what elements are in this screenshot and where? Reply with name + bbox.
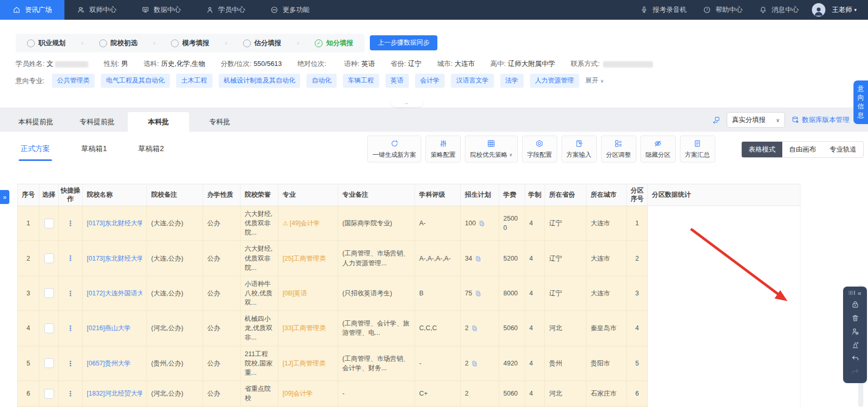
major-link[interactable]: [0B]英语	[283, 290, 307, 297]
row-actions-kebab[interactable]: ⋮	[67, 324, 74, 332]
row-checkbox[interactable]	[44, 253, 54, 263]
row-actions-kebab[interactable]: ⋮	[67, 254, 74, 262]
nav-item-data-center[interactable]: 数据中心	[129, 0, 193, 20]
left-drawer-expand[interactable]: »	[0, 190, 9, 204]
school-link[interactable]: [0172]大连外国语大...	[87, 289, 142, 298]
hide-partition-button[interactable]: 隐藏分区	[640, 135, 676, 162]
major-link[interactable]: [1J]工商管理类	[283, 360, 326, 367]
plan-tab[interactable]: 正式方案	[21, 144, 50, 161]
version-switch-icon[interactable]	[712, 116, 720, 125]
plan-detail-icon[interactable]	[471, 360, 478, 367]
major-tag[interactable]: 车辆工程	[343, 74, 379, 88]
plan-tab[interactable]: 草稿箱1	[81, 144, 107, 161]
nav-item-recorder[interactable]: 报考录音机	[632, 5, 695, 15]
batch-tab[interactable]: 本科批	[128, 112, 189, 132]
school-link[interactable]: [1832]河北经贸大学	[87, 389, 142, 398]
major-link[interactable]: [25]工商管理类	[283, 255, 326, 262]
chevron-up-icon: ︿	[405, 100, 409, 106]
remove-user-button[interactable]	[851, 324, 860, 338]
step-estimated-application[interactable]: 估分填报	[243, 38, 282, 48]
major-tag[interactable]: 英语	[385, 74, 409, 88]
view-mode-option[interactable]: 自由画布	[782, 142, 823, 157]
school-link[interactable]: [0173]东北财经大学	[87, 254, 142, 263]
fill-mode-select[interactable]: 真实分填报 ∨	[727, 112, 785, 128]
row-actions-kebab[interactable]: ⋮	[67, 219, 74, 227]
chevron-down-icon: ▾	[854, 7, 857, 12]
major-note: (国际商学院专业)	[338, 206, 415, 241]
plan-detail-icon[interactable]	[475, 255, 482, 262]
batch-tab[interactable]: 专科提前批	[66, 112, 128, 132]
plan-detail-icon[interactable]	[478, 220, 485, 227]
column-header: 分区序号	[627, 184, 648, 206]
step-mock-application[interactable]: 模考填报	[171, 38, 209, 48]
major-tag[interactable]: 土木工程	[176, 74, 212, 88]
row-checkbox[interactable]	[44, 323, 54, 333]
row-actions-kebab[interactable]: ⋮	[67, 389, 74, 398]
major-tag[interactable]: 法学	[500, 74, 524, 88]
strategy-config-button[interactable]: 策略配置	[425, 135, 461, 162]
partition-adjust-button[interactable]: 分区调整	[601, 135, 636, 162]
database-version-manage[interactable]: 数据库版本管理	[791, 115, 849, 125]
batch-tab[interactable]: 专科批	[189, 112, 250, 132]
help-icon: ?	[703, 6, 711, 14]
field-config-button[interactable]: 字段配置	[522, 135, 557, 162]
row-actions-kebab[interactable]: ⋮	[67, 289, 74, 297]
school-priority-strategy-button[interactable]: 院校优先策略∨	[465, 135, 518, 162]
plan-detail-icon[interactable]	[475, 290, 482, 297]
nav-item-student-center[interactable]: 学员中心	[193, 0, 258, 20]
major-tag[interactable]: 人力资源管理	[530, 74, 579, 88]
generate-plan-button[interactable]: 一键生成新方案	[367, 135, 421, 162]
plan-tab[interactable]: 草稿箱2	[138, 144, 164, 161]
plan-detail-icon[interactable]	[471, 325, 478, 332]
nav-item-message-center[interactable]: 消息中心	[751, 5, 807, 15]
row-checkbox[interactable]	[44, 358, 54, 368]
row-checkbox[interactable]	[44, 389, 54, 399]
enroll-plan-value: 2	[465, 324, 469, 332]
school-nature: 公办	[203, 311, 241, 346]
school-link[interactable]: [0173]东北财经大学	[87, 219, 142, 228]
view-mode-option[interactable]: 专业轨道	[823, 142, 863, 157]
major-link[interactable]: [09]会计学	[283, 390, 313, 397]
step-known-score-application[interactable]: ✓知分填报	[315, 38, 353, 48]
intent-info-tab[interactable]: 意向信息	[853, 80, 868, 124]
row-checkbox[interactable]	[44, 219, 54, 228]
major-link[interactable]: [49]会计学	[290, 220, 320, 227]
tuition-fee: 5060	[499, 311, 525, 346]
lock-button[interactable]	[851, 297, 860, 311]
row-checkbox[interactable]	[44, 288, 54, 298]
expand-toggle[interactable]: 展开∨	[585, 76, 604, 85]
nav-item-info-plaza[interactable]: 资讯广场	[0, 0, 64, 20]
plan-input-button[interactable]: 方案输入	[562, 135, 597, 162]
major-tag[interactable]: 电气工程及其自动化	[101, 74, 170, 88]
province: 辽宁	[545, 241, 586, 276]
nav-item-help-center[interactable]: ? 帮助中心	[695, 5, 751, 15]
sync-previous-step-button[interactable]: 上一步骤数据同步	[370, 35, 437, 50]
double-chevron-left-icon[interactable]: «	[858, 290, 861, 296]
undo-button[interactable]	[851, 351, 860, 365]
drag-handle[interactable]	[849, 291, 855, 295]
school-honor: 省重点院校	[241, 381, 278, 406]
delete-button[interactable]	[851, 311, 860, 324]
view-mode-option[interactable]: 表格模式	[742, 142, 782, 157]
nav-item-more[interactable]: 更多功能	[258, 0, 322, 20]
user-menu[interactable]: 王老师 ▾	[807, 3, 868, 17]
batch-tab[interactable]: 本科提前批	[5, 112, 66, 132]
redo-button[interactable]	[851, 365, 860, 378]
major-tag[interactable]: 公共管理类	[52, 74, 95, 88]
plan-summary-button[interactable]: 方案汇总	[680, 135, 715, 162]
school-link[interactable]: [0657]贵州大学	[87, 359, 142, 368]
major-tag[interactable]: 汉语言文学	[451, 74, 494, 88]
header-collapse-handle[interactable]: ︿	[391, 99, 423, 107]
student-field: 选科:历史,化学,生物	[143, 59, 205, 69]
row-actions-kebab[interactable]: ⋮	[67, 359, 74, 368]
row-seq: 4	[18, 311, 39, 346]
major-tag[interactable]: 会计学	[415, 74, 445, 88]
school-link[interactable]: [0216]燕山大学	[87, 323, 142, 333]
alert-button[interactable]	[851, 338, 860, 351]
major-link[interactable]: [33]工商管理类	[283, 324, 326, 332]
nav-item-dual-teacher[interactable]: 双师中心	[64, 0, 129, 20]
step-career-planning[interactable]: 职业规划	[27, 38, 65, 48]
major-tag[interactable]: 机械设计制造及其自动化	[219, 74, 301, 88]
step-school-preselect[interactable]: 院校初选	[99, 38, 138, 48]
major-tag[interactable]: 自动化	[306, 74, 337, 88]
